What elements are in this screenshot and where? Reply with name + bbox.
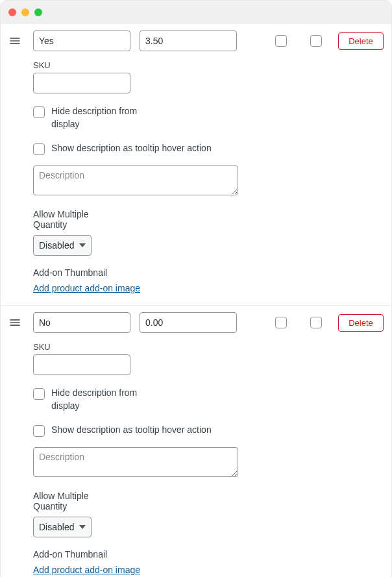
- option-name-input[interactable]: [33, 312, 130, 333]
- delete-button[interactable]: Delete: [338, 314, 384, 332]
- option-flag1-checkbox[interactable]: [275, 317, 287, 328]
- option-flag1-checkbox[interactable]: [275, 35, 287, 47]
- allow-multiple-label: Allow Multiple Quantity: [33, 209, 111, 230]
- tooltip-description-checkbox[interactable]: [33, 425, 45, 437]
- tooltip-description-label: Show description as tooltip hover action: [51, 424, 212, 437]
- window-close-dot[interactable]: [8, 8, 16, 16]
- option-price-input[interactable]: [140, 312, 237, 333]
- hide-description-label: Hide description from display: [51, 387, 155, 412]
- drag-handle-icon[interactable]: [8, 316, 24, 329]
- add-image-link[interactable]: Add product add-on image: [33, 565, 140, 575]
- sku-label: SKU: [33, 342, 384, 352]
- drag-handle-icon[interactable]: [8, 34, 24, 47]
- window-minimize-dot[interactable]: [21, 8, 29, 16]
- hide-description-checkbox[interactable]: [33, 388, 45, 400]
- option-flag2-checkbox[interactable]: [310, 35, 322, 47]
- window-zoom-dot[interactable]: [34, 8, 42, 16]
- thumbnail-label: Add-on Thumbnail: [33, 267, 384, 278]
- hide-description-checkbox[interactable]: [33, 106, 45, 118]
- description-textarea[interactable]: [33, 166, 238, 195]
- window-titlebar: [1, 1, 391, 24]
- add-image-link[interactable]: Add product add-on image: [33, 283, 140, 293]
- sku-label: SKU: [33, 60, 384, 70]
- option-price-input[interactable]: [140, 31, 237, 51]
- option-flag2-checkbox[interactable]: [310, 317, 322, 328]
- allow-multiple-label: Allow Multiple Quantity: [33, 491, 111, 511]
- quantity-mode-select[interactable]: Disabled: [33, 235, 92, 256]
- sku-input[interactable]: [33, 354, 130, 375]
- option-name-input[interactable]: [33, 31, 130, 51]
- tooltip-description-checkbox[interactable]: [33, 143, 45, 155]
- quantity-mode-select[interactable]: Disabled: [33, 517, 92, 537]
- hide-description-label: Hide description from display: [51, 105, 155, 130]
- tooltip-description-label: Show description as tooltip hover action: [51, 142, 212, 155]
- app-window: Delete SKU Hide description from display…: [0, 0, 392, 577]
- thumbnail-label: Add-on Thumbnail: [33, 549, 384, 559]
- addon-option-row: Delete SKU Hide description from display…: [1, 24, 391, 306]
- delete-button[interactable]: Delete: [338, 32, 384, 50]
- addon-option-row: Delete SKU Hide description from display…: [1, 306, 391, 577]
- description-textarea[interactable]: [33, 447, 238, 477]
- sku-input[interactable]: [33, 73, 130, 93]
